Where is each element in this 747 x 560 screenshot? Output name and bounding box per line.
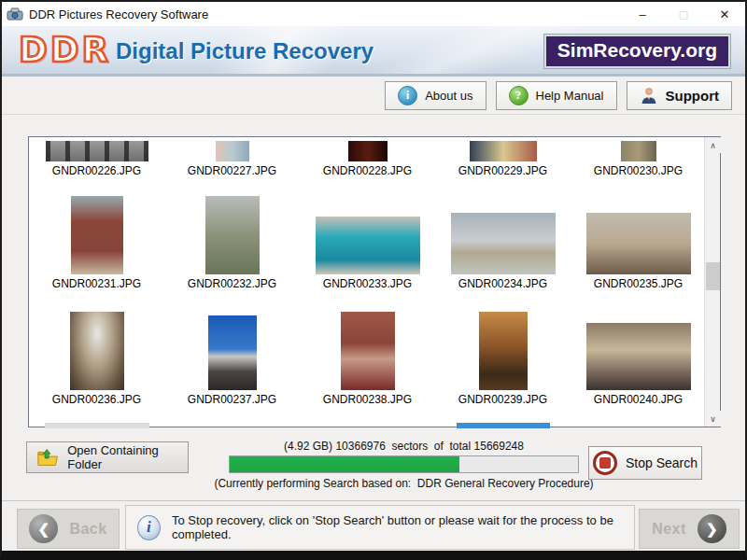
file-item[interactable]: GNDR00233.JPG: [300, 178, 435, 290]
stop-icon: [593, 451, 617, 475]
file-thumbnail: [316, 217, 420, 274]
file-thumbnail: [341, 312, 395, 390]
file-item: [435, 423, 571, 428]
file-item[interactable]: GNDR00234.JPG: [435, 178, 571, 290]
close-button[interactable]: ✕: [704, 2, 745, 26]
scroll-up-arrow[interactable]: ∧: [705, 137, 721, 153]
person-icon: [640, 86, 658, 105]
file-row: [29, 423, 706, 428]
window-title: DDR Pictures Recovery Software: [29, 7, 208, 21]
file-name: GNDR00226.JPG: [52, 164, 141, 177]
file-name: GNDR00238.JPG: [323, 393, 412, 406]
file-row: GNDR00236.JPGGNDR00237.JPGGNDR00238.JPGG…: [29, 294, 706, 410]
about-us-button[interactable]: i About us: [385, 81, 486, 110]
file-thumbnail: [348, 141, 388, 161]
stop-search-button[interactable]: Stop Search: [588, 446, 702, 480]
file-item[interactable]: GNDR00227.JPG: [164, 137, 300, 177]
info-icon: i: [398, 86, 417, 105]
file-name: GNDR00233.JPG: [323, 277, 412, 290]
help-manual-button[interactable]: ? Help Manual: [496, 81, 617, 110]
file-row: GNDR00231.JPGGNDR00232.JPGGNDR00233.JPGG…: [29, 178, 706, 294]
info-message-bar: i To Stop recovery, click on 'Stop Searc…: [125, 505, 635, 550]
file-item[interactable]: GNDR00235.JPG: [571, 178, 706, 290]
file-thumbnail: [70, 312, 124, 390]
stop-search-label: Stop Search: [626, 455, 698, 470]
file-item: [571, 423, 706, 428]
file-row: GNDR00226.JPGGNDR00227.JPGGNDR00228.JPGG…: [29, 137, 706, 178]
file-name: GNDR00229.JPG: [458, 164, 547, 177]
progress-bar: [229, 455, 579, 473]
file-item[interactable]: GNDR00240.JPG: [571, 294, 706, 406]
file-item[interactable]: GNDR00238.JPG: [300, 294, 435, 406]
file-thumbnail: [470, 141, 537, 161]
open-containing-folder-button[interactable]: Open Containing Folder: [26, 441, 189, 473]
file-item: [29, 423, 164, 428]
sectors-status-text: (4.92 GB) 10366976 sectors of total 1566…: [229, 440, 579, 453]
file-thumbnail: [216, 141, 249, 161]
title-bar: DDR Pictures Recovery Software – ▢ ✕: [2, 2, 745, 26]
file-thumbnail: [586, 323, 691, 390]
file-item: [300, 423, 435, 428]
file-item[interactable]: GNDR00239.JPG: [435, 294, 571, 406]
app-window: DDR Pictures Recovery Software – ▢ ✕ DDR…: [0, 0, 747, 560]
file-name: GNDR00240.JPG: [594, 393, 683, 406]
file-item[interactable]: GNDR00226.JPG: [29, 137, 164, 177]
next-label: Next: [652, 521, 686, 538]
file-thumbnail: [586, 213, 691, 274]
file-name: GNDR00234.JPG: [458, 277, 547, 290]
file-name: GNDR00237.JPG: [188, 393, 276, 406]
file-name: GNDR00236.JPG: [52, 393, 141, 406]
file-thumbnail: [205, 196, 260, 274]
file-name: GNDR00235.JPG: [594, 277, 683, 290]
question-icon: ?: [509, 86, 529, 105]
file-thumbnail: [479, 312, 528, 390]
file-item[interactable]: GNDR00236.JPG: [29, 294, 164, 406]
support-label: Support: [666, 88, 720, 104]
file-item[interactable]: GNDR00230.JPG: [571, 137, 706, 177]
file-item[interactable]: GNDR00231.JPG: [29, 178, 164, 290]
file-item[interactable]: GNDR00232.JPG: [164, 178, 300, 290]
info-message: To Stop recovery, click on 'Stop Search'…: [172, 513, 634, 541]
file-item[interactable]: GNDR00229.JPG: [435, 137, 571, 177]
file-name: GNDR00227.JPG: [188, 164, 276, 177]
file-item[interactable]: GNDR00228.JPG: [300, 137, 435, 177]
file-thumbnail: [205, 423, 260, 428]
ddr-logo: DDR: [19, 30, 111, 70]
info-icon: i: [137, 515, 161, 540]
file-thumbnail: [621, 141, 656, 161]
back-arrow-icon: ❮: [29, 514, 58, 543]
file-name: GNDR00230.JPG: [594, 164, 683, 177]
file-thumbnail: [45, 423, 149, 428]
back-button[interactable]: ❮ Back: [17, 509, 120, 549]
file-name: GNDR00239.JPG: [458, 393, 547, 406]
maximize-button: ▢: [663, 2, 704, 26]
file-thumbnail: [208, 315, 257, 390]
brand-badge: SimRecovery.org: [544, 35, 730, 68]
footer-divider: [2, 500, 745, 501]
about-us-label: About us: [425, 89, 472, 103]
recovered-files-panel: GNDR00226.JPGGNDR00227.JPGGNDR00228.JPGG…: [28, 136, 721, 427]
open-folder-label: Open Containing Folder: [67, 443, 188, 471]
help-manual-label: Help Manual: [536, 89, 604, 103]
toolbar: i About us ? Help Manual Support: [2, 77, 745, 115]
scroll-down-arrow[interactable]: ∨: [705, 411, 721, 427]
file-thumbnail: [457, 423, 550, 428]
next-arrow-icon: ❯: [698, 514, 726, 543]
app-icon: [7, 7, 23, 21]
file-thumbnail: [451, 213, 556, 274]
support-button[interactable]: Support: [627, 81, 733, 110]
file-thumbnail: [341, 423, 395, 428]
back-label: Back: [69, 521, 106, 538]
file-item: [164, 423, 300, 428]
file-name: GNDR00228.JPG: [323, 164, 412, 177]
file-item[interactable]: GNDR00237.JPG: [164, 294, 300, 406]
app-title: Digital Picture Recovery: [116, 38, 374, 64]
file-name: GNDR00232.JPG: [188, 277, 276, 290]
vertical-scrollbar[interactable]: ∧ ∨: [704, 137, 720, 427]
minimize-button[interactable]: –: [622, 2, 663, 26]
scrollbar-thumb[interactable]: [706, 262, 720, 290]
file-thumbnail: [612, 423, 666, 428]
next-button[interactable]: Next ❯: [639, 509, 740, 549]
folder-up-icon: [36, 447, 59, 468]
file-thumbnail: [46, 141, 148, 161]
